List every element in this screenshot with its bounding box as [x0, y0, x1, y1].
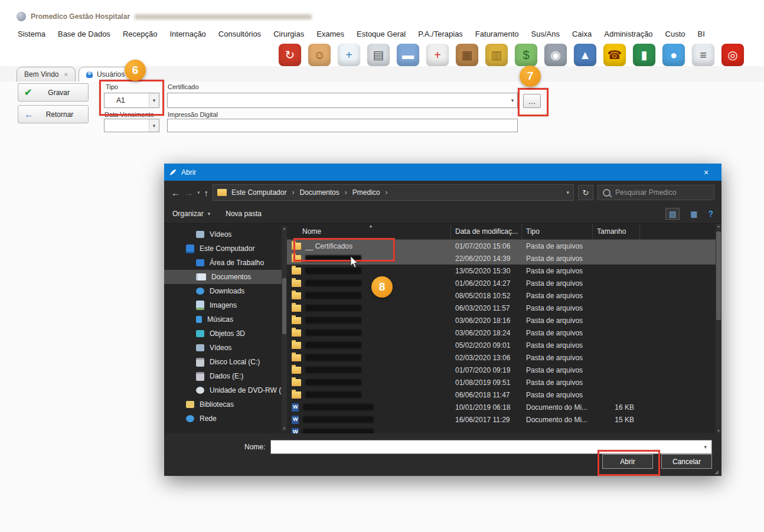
sidebar-item[interactable]: Vídeos: [164, 341, 287, 355]
sidebar-item[interactable]: Bibliotecas: [164, 397, 287, 412]
bed-icon[interactable]: ▬: [397, 44, 419, 66]
chevron-down-icon[interactable]: ▾: [704, 444, 707, 450]
sidebar-item[interactable]: Objetos 3D: [164, 327, 287, 341]
sidebar-item[interactable]: Downloads: [164, 284, 287, 298]
sidebar-item[interactable]: Rede: [164, 412, 287, 426]
breadcrumb-item[interactable]: Pmedico: [339, 188, 380, 197]
chevron-down-icon[interactable]: ▾: [508, 93, 517, 107]
scrollbar-thumb[interactable]: [716, 231, 721, 320]
filename-input[interactable]: ▾: [270, 440, 712, 454]
menu-item[interactable]: Consultórios: [218, 30, 261, 38]
column-header-name[interactable]: Nome ▴: [287, 224, 451, 239]
menu-item[interactable]: P.A./Terapias: [418, 30, 463, 38]
breadcrumb-item[interactable]: Este Computador: [231, 188, 286, 197]
new-folder-button[interactable]: Nova pasta: [226, 210, 262, 218]
search-box[interactable]: Pesquisar Pmedico: [598, 185, 714, 200]
column-header-date[interactable]: Data de modificaç...: [451, 224, 522, 239]
menu-item[interactable]: Sus/Ans: [531, 30, 560, 38]
file-row[interactable]: 05/02/2020 09:01 Pasta de arquivos: [287, 339, 721, 351]
resize-grip[interactable]: ◢: [714, 469, 720, 475]
back-button[interactable]: ←: [171, 188, 180, 197]
address-bar[interactable]: Este ComputadorDocumentosPmedico ▾: [213, 184, 574, 201]
tab[interactable]: Bem Vindo ×: [17, 67, 76, 82]
breadcrumb-item[interactable]: Documentos: [286, 188, 339, 197]
file-row[interactable]: 08/05/2018 10:52 Pasta de arquivos: [287, 289, 721, 302]
file-row[interactable]: 06/03/2020 11:57 Pasta de arquivos: [287, 302, 721, 314]
menu-item[interactable]: Base de Dados: [58, 30, 110, 38]
file-row[interactable]: 01/08/2019 09:51 Pasta de arquivos: [287, 376, 721, 389]
menu-item[interactable]: Faturamento: [475, 30, 519, 38]
dialog-titlebar[interactable]: Abrir ×: [164, 164, 721, 181]
menu-item[interactable]: Recepção: [123, 30, 158, 38]
certificado-select[interactable]: ▾: [167, 93, 518, 108]
address-dropdown-chevron[interactable]: ▾: [566, 190, 569, 195]
menu-item[interactable]: Estoque Geral: [357, 30, 406, 38]
doctor-icon[interactable]: +: [338, 44, 360, 66]
scroll-down-icon[interactable]: ▾: [717, 429, 720, 433]
scroll-up-icon[interactable]: ▴: [717, 224, 720, 229]
ambulance-icon[interactable]: +: [426, 44, 449, 66]
column-header-type[interactable]: Tipo: [522, 224, 593, 239]
save-button[interactable]: ✔ Gravar: [18, 83, 89, 102]
sidebar-item[interactable]: Disco Local (C:): [164, 355, 287, 369]
close-icon[interactable]: ×: [64, 71, 67, 78]
supplies-icon[interactable]: ▥: [485, 44, 508, 66]
chat-icon[interactable]: ●: [662, 44, 685, 66]
open-button[interactable]: Abrir: [602, 454, 653, 469]
sidebar-item[interactable]: Vídeos: [164, 227, 287, 241]
patients-icon[interactable]: ☺: [308, 44, 331, 66]
menu-item[interactable]: Cirurgias: [273, 30, 304, 38]
file-row[interactable]: 01/07/2020 09:19 Pasta de arquivos: [287, 364, 721, 376]
help-icon[interactable]: ?: [708, 209, 713, 218]
file-row[interactable]: 02/03/2020 13:06 Pasta de arquivos: [287, 351, 721, 364]
details-view-icon[interactable]: ▤: [665, 208, 680, 220]
sidebar-item[interactable]: Documentos: [164, 270, 287, 284]
file-row[interactable]: 10/01/2019 06:18 Documento do Mi... 16 K…: [287, 401, 721, 413]
data-vencimento-select[interactable]: ▾: [104, 119, 159, 132]
sidebar-item[interactable]: Unidade de DVD-RW (F:): [164, 383, 287, 397]
billing-icon[interactable]: $: [515, 44, 537, 66]
tipo-select[interactable]: A1 ▾: [104, 93, 159, 108]
menu-item[interactable]: BI: [698, 30, 705, 38]
file-row[interactable]: 03/06/2020 18:16 Pasta de arquivos: [287, 314, 721, 327]
sidebar-item[interactable]: Imagens: [164, 298, 287, 312]
sync-icon[interactable]: ↻: [279, 44, 301, 66]
chevron-down-icon[interactable]: ▾: [149, 119, 159, 132]
file-row[interactable]: 06/06/2018 11:47 Pasta de arquivos: [287, 389, 721, 401]
menu-item[interactable]: Sistema: [18, 30, 45, 38]
thumbnails-view-icon[interactable]: ▦: [687, 208, 701, 220]
up-button[interactable]: ↑: [204, 188, 209, 197]
menu-item[interactable]: Exames: [316, 30, 344, 38]
file-row[interactable]: 01/06/2020 14:27 Pasta de arquivos: [287, 277, 721, 289]
safe-icon[interactable]: ◉: [544, 44, 567, 66]
organize-menu[interactable]: Organizar ▾: [172, 210, 210, 218]
book-icon[interactable]: ▮: [633, 44, 655, 66]
sidebar-item[interactable]: Dados (E:): [164, 369, 287, 383]
menu-item[interactable]: Administração: [604, 30, 652, 38]
file-row[interactable]: __ Certificados 01/07/2020 15:06 Pasta d…: [287, 240, 721, 252]
phone-icon[interactable]: ☎: [603, 44, 626, 66]
scroll-up-icon[interactable]: ▴: [283, 226, 286, 231]
sidebar-item[interactable]: Área de Trabalho: [164, 256, 287, 270]
menu-item[interactable]: Internação: [169, 30, 205, 38]
clipboard-icon[interactable]: ▤: [367, 44, 390, 66]
storage-icon[interactable]: ▦: [456, 44, 478, 66]
charts-icon[interactable]: ▲: [574, 44, 596, 66]
power-icon[interactable]: ◎: [721, 44, 744, 66]
forward-button[interactable]: →: [184, 188, 193, 197]
file-row[interactable]: 03/06/2020 18:24 Pasta de arquivos: [287, 327, 721, 339]
sidebar-item[interactable]: Músicas: [164, 312, 287, 327]
menu-item[interactable]: Custo: [665, 30, 685, 38]
menu-item[interactable]: Caixa: [572, 30, 592, 38]
chevron-down-icon[interactable]: ▾: [149, 93, 159, 107]
sidebar-item[interactable]: Este Computador: [164, 241, 287, 256]
sidebar-scrollbar[interactable]: ▴ ▾: [282, 226, 287, 431]
close-icon[interactable]: ×: [696, 164, 717, 181]
browse-certificate-button[interactable]: …: [523, 94, 541, 108]
cancel-button[interactable]: Cancelar: [661, 454, 712, 469]
return-button[interactable]: ← Retornar: [18, 105, 89, 123]
recent-locations-chevron[interactable]: ▾: [197, 190, 200, 195]
invoice-icon[interactable]: ≡: [692, 44, 714, 66]
scroll-down-icon[interactable]: ▾: [283, 426, 286, 431]
impressao-digital-input[interactable]: [167, 119, 518, 132]
